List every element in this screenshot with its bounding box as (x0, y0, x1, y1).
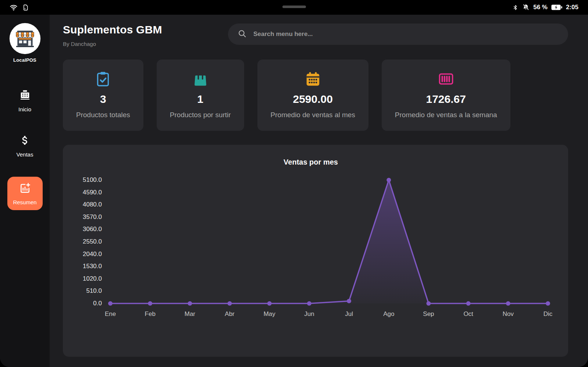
search-bar[interactable] (228, 24, 568, 45)
dollar-icon (19, 134, 31, 147)
bluetooth-icon (512, 4, 518, 11)
search-icon (238, 29, 247, 40)
x-axis-label: Oct (463, 310, 473, 318)
stat-card-productos-por-surtir: 1 Productos por surtir (157, 60, 244, 131)
sidebar: LocalPOS Inicio (0, 15, 50, 367)
chart-point-Mar (188, 301, 192, 306)
x-axis-label: Feb (145, 310, 156, 318)
sales-chart-card: Ventas por mes 5100.04590.04080.03570.03… (63, 145, 568, 357)
stat-label: Promedio de ventas al mes (271, 111, 355, 119)
stat-value: 1726.67 (426, 93, 466, 105)
y-axis-label: 2550.0 (83, 238, 102, 245)
stat-label: Productos por surtir (170, 111, 231, 119)
sidebar-nav: Inicio Ventas (0, 86, 50, 210)
page-subtitle: By Danchago (63, 41, 162, 47)
x-axis-label: Dic (544, 310, 553, 318)
x-axis-label: Jul (345, 310, 353, 318)
clipboard-check-icon (95, 71, 111, 87)
y-axis-label: 4080.0 (83, 201, 102, 208)
chart-point-Ago (386, 178, 391, 182)
x-axis-label: Ago (383, 310, 394, 318)
calendar-icon (304, 71, 321, 87)
stat-value: 3 (100, 93, 106, 105)
app-logo (9, 23, 41, 54)
chart-point-Dic (546, 301, 550, 306)
sim-card-icon (22, 4, 29, 11)
stat-value: 2590.00 (293, 93, 333, 105)
chart-point-Ene (108, 301, 113, 306)
chart-area-fill (110, 180, 548, 303)
stats-row: 3 Productos totales 1 Productos por surt… (63, 60, 568, 131)
line-chart: 5100.04590.04080.03570.03060.02550.02040… (71, 177, 550, 322)
sidebar-item-label: Resumen (13, 199, 36, 205)
x-axis-label: Nov (503, 310, 514, 318)
chart-point-Feb (148, 301, 152, 306)
main-content: Suplementos GBM By Danchago (50, 15, 588, 367)
stat-label: Promedio de ventas a la semana (395, 111, 497, 119)
chart-point-Oct (466, 301, 471, 306)
y-axis-label: 0.0 (93, 300, 102, 307)
y-axis-label: 1020.0 (83, 275, 102, 283)
tablet-screen: 56 % 2:05 (0, 0, 588, 367)
sidebar-item-label: Ventas (17, 151, 33, 158)
sidebar-item-ventas[interactable]: Ventas (7, 132, 43, 161)
x-axis-label: Abr (225, 310, 234, 318)
stat-card-productos-totales: 3 Productos totales (63, 60, 143, 131)
header: Suplementos GBM By Danchago (63, 24, 568, 47)
stat-value: 1 (197, 93, 203, 105)
y-axis-label: 3570.0 (83, 213, 102, 221)
y-axis: 5100.04590.04080.03570.03060.02550.02040… (71, 177, 108, 306)
chart-point-Nov (506, 301, 510, 306)
battery-charging-icon (551, 4, 562, 10)
notifications-off-icon (522, 4, 530, 11)
chart-svg (108, 177, 550, 306)
chart-point-Abr (228, 301, 232, 306)
y-axis-label: 4590.0 (83, 189, 102, 196)
x-axis-label: Mar (185, 310, 195, 318)
y-axis-label: 2040.0 (83, 251, 102, 258)
x-axis-label: Ene (105, 310, 116, 318)
screen-drag-handle[interactable] (282, 6, 306, 8)
chart-line (110, 180, 548, 303)
app-name: LocalPOS (13, 57, 36, 63)
chart-point-Sep (426, 301, 431, 306)
chart-title: Ventas por mes (71, 158, 550, 166)
x-axis-label: May (264, 310, 275, 318)
wifi-icon (10, 3, 18, 11)
barcode-icon (438, 71, 455, 87)
stat-card-promedio-mes: 2590.00 Promedio de ventas al mes (257, 60, 368, 131)
shopping-bag-icon (192, 71, 209, 87)
sidebar-item-resumen[interactable]: Resumen (7, 177, 43, 210)
sidebar-item-inicio[interactable]: Inicio (7, 86, 43, 115)
clock-label: 2:05 (566, 4, 578, 11)
chart-point-Jun (307, 301, 311, 306)
y-axis-label: 5100.0 (83, 176, 102, 184)
x-axis: EneFebMarAbrMayJunJulAgoSepOctNovDic (108, 306, 550, 322)
x-axis-label: Sep (423, 310, 434, 318)
sidebar-item-label: Inicio (18, 106, 31, 112)
status-bar: 56 % 2:05 (0, 0, 588, 15)
add-chart-icon (19, 182, 31, 195)
chart-point-May (267, 301, 272, 306)
stat-label: Productos totales (76, 111, 130, 119)
chart-point-Jul (347, 299, 351, 303)
cash-register-icon (19, 89, 31, 102)
x-axis-label: Jun (304, 310, 314, 318)
y-axis-label: 510.0 (86, 287, 102, 295)
page-title: Suplementos GBM (63, 24, 162, 36)
y-axis-label: 3060.0 (83, 226, 102, 233)
y-axis-label: 1530.0 (83, 263, 102, 270)
plot-area (108, 177, 550, 306)
battery-percent-label: 56 % (533, 4, 548, 11)
search-input[interactable] (253, 30, 559, 38)
stat-card-promedio-semana: 1726.67 Promedio de ventas a la semana (382, 60, 510, 131)
